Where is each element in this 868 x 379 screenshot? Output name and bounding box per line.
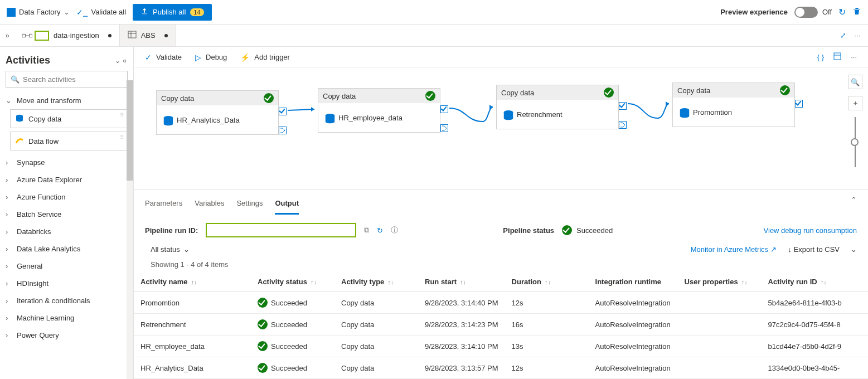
cell-name: Retrenchment [134,314,251,336]
publish-all-button[interactable]: Publish all 14 [133,4,212,21]
cell-name: HR_Analytics_Data [134,357,251,379]
category-data-lake-analytics[interactable]: ›Data Lake Analytics [0,240,133,257]
table-row[interactable]: Promomtion Succeeded Copy data 9/28/2023… [134,292,868,314]
canvas-search-button[interactable]: 🔍 [848,75,862,89]
checkmark-icon: ✓ [145,53,152,62]
tab-data-ingestion[interactable]: data-ingestion [14,25,120,46]
activities-search-input[interactable] [23,75,123,84]
info-icon[interactable]: ⓘ [391,225,398,235]
top-bar: Data Factory ⌄ ✓⎯ Validate all Publish a… [0,0,868,25]
sort-icon: ↑↓ [311,279,317,285]
category-azure-function[interactable]: ›Azure Function [0,188,133,206]
tab-output[interactable]: Output [275,196,299,215]
add-trigger-button[interactable]: ⚡Add trigger [240,53,290,62]
chevron-right-icon: › [6,297,12,305]
toggle-icon [794,7,818,18]
category-move-and-transform[interactable]: ⌄ Move and transform [0,92,133,109]
col-user-props[interactable]: User properties↑↓ [678,272,762,292]
cell-start: 9/28/2023, 3:14:10 PM [418,336,505,357]
maximize-icon[interactable]: ⤢ [840,31,846,40]
zoom-thumb[interactable] [851,138,859,146]
download-icon: ↓ [788,245,792,254]
code-view-icon[interactable]: { } [817,53,824,61]
chevron-down-icon[interactable]: ⌄ [851,245,857,254]
col-duration[interactable]: Duration↑↓ [505,272,589,292]
validate-button[interactable]: ✓Validate [145,53,182,62]
refresh-icon[interactable]: ↻ [838,7,846,17]
completion-port[interactable] [279,127,287,134]
sidebar-scroll-thumb[interactable] [127,80,133,181]
col-activity-name[interactable]: Activity name↑↓ [134,272,251,292]
tab-variables[interactable]: Variables [195,196,224,215]
col-run-id[interactable]: Activity run ID↑↓ [762,272,868,292]
node-type-label: Copy data [323,92,422,100]
monitor-azure-metrics-link[interactable]: Monitor in Azure Metrics↗ [691,245,777,254]
category-iteration-conditionals[interactable]: ›Iteration & conditionals [0,292,133,309]
node-retrenchment[interactable]: Copy data Retrenchment [496,85,619,129]
table-row[interactable]: HR_Analytics_Data Succeeded Copy data 9/… [134,357,868,379]
node-hr-analytics-data[interactable]: Copy data HR_Analytics_Data [156,90,279,135]
completion-port[interactable] [619,121,627,129]
preview-toggle[interactable]: Off [794,7,832,18]
activities-search[interactable]: 🔍 [6,71,128,88]
more-icon[interactable]: ··· [854,31,860,40]
service-picker[interactable]: Data Factory ⌄ [7,8,70,17]
delete-icon[interactable] [852,7,861,18]
success-icon [604,88,614,98]
success-port[interactable] [619,102,627,110]
pipeline-canvas[interactable]: Copy data HR_Analytics_Data Copy data HR… [134,67,868,190]
col-activity-status[interactable]: Activity status↑↓ [251,272,334,292]
chevron-right-icon: › [6,227,12,236]
collapse-panel-button[interactable]: ⌃ [851,196,857,215]
success-port[interactable] [795,100,803,108]
category-general[interactable]: ›General [0,257,133,275]
zoom-in-button[interactable]: ＋ [848,96,862,110]
collapse-activities-button[interactable]: ⌄ [115,57,120,65]
node-hr-employee-data[interactable]: Copy data HR_employee_data [318,88,440,133]
hide-sidebar-button[interactable]: « [123,57,127,65]
cell-status: Succeeded [251,357,334,379]
completion-port[interactable] [440,124,448,132]
more-icon[interactable]: ··· [851,53,857,61]
validate-all-button[interactable]: ✓⎯ Validate all [76,8,126,17]
activity-copy-data[interactable]: Copy data ⠿ [10,109,128,128]
category-label: Azure Data Explorer [17,176,82,184]
category-power-query[interactable]: ›Power Query [0,327,133,344]
table-row[interactable]: Retrenchment Succeeded Copy data 9/28/20… [134,314,868,336]
activity-data-flow[interactable]: Data flow ⠿ [10,132,128,150]
refresh-run-icon[interactable]: ↻ [377,226,383,235]
view-consumption-link[interactable]: View debug run consumption [764,226,857,235]
tab-parameters[interactable]: Parameters [145,196,182,215]
tab-label: data-ingestion [54,31,99,40]
run-id-value[interactable] [206,223,356,237]
category-machine-learning[interactable]: ›Machine Learning [0,309,133,327]
chevron-right-icon: › [6,314,12,322]
node-promotion[interactable]: Copy data Promomtion [672,82,795,127]
category-batch-service[interactable]: ›Batch Service [0,206,133,223]
expand-left-panel-button[interactable]: » [0,25,14,46]
tab-settings[interactable]: Settings [236,196,263,215]
unsaved-dot-icon [108,34,111,37]
debug-button[interactable]: ▷Debug [195,53,227,62]
col-run-start[interactable]: Run start↑↓ [418,272,505,292]
success-icon [562,225,572,235]
status-filter[interactable]: All status ⌄ [151,245,190,254]
tab-abs[interactable]: ABS [120,25,176,46]
col-runtime[interactable]: Integration runtime [589,272,678,292]
chevron-right-icon: › [6,262,12,270]
export-csv-button[interactable]: ↓Export to CSV [788,245,840,254]
category-synapse[interactable]: ›Synapse [0,154,133,171]
cell-runtime: AutoResolveIntegration [589,314,678,336]
category-hdinsight[interactable]: ›HDInsight [0,275,133,292]
category-databricks[interactable]: ›Databricks [0,223,133,240]
chevron-right-icon: › [6,331,12,339]
cell-props [678,357,762,379]
properties-icon[interactable] [833,52,842,62]
zoom-slider[interactable] [855,117,856,167]
category-azure-data-explorer[interactable]: ›Azure Data Explorer [0,171,133,188]
success-port[interactable] [279,108,287,115]
copy-icon[interactable]: ⧉ [364,226,369,235]
table-row[interactable]: HR_employee_data Succeeded Copy data 9/2… [134,336,868,357]
success-port[interactable] [440,105,448,113]
col-activity-type[interactable]: Activity type↑↓ [334,272,418,292]
